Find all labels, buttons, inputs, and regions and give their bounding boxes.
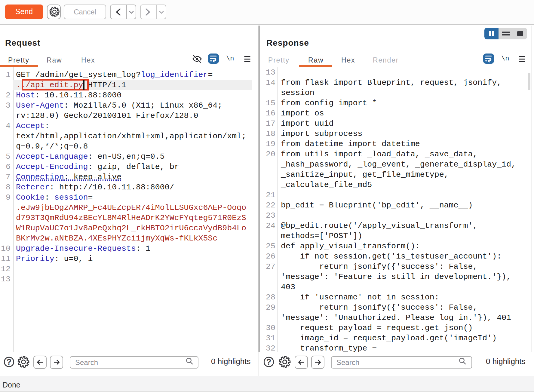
svg-text:?: ?	[266, 357, 272, 366]
svg-text:?: ?	[7, 357, 12, 366]
